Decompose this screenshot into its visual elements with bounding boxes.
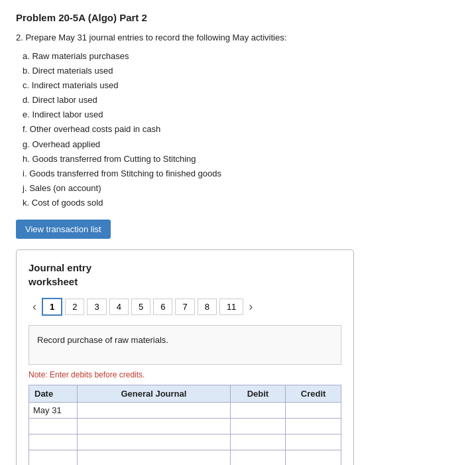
date-cell-1: May 31 [29, 403, 78, 419]
activity-k: k. Cost of goods sold [23, 196, 460, 210]
table-row [29, 419, 341, 434]
journal-table: Date General Journal Debit Credit May 31 [29, 385, 341, 465]
credit-input-1[interactable] [286, 403, 341, 418]
col-debit: Debit [230, 385, 286, 403]
activity-g: g. Overhead applied [23, 137, 460, 152]
intro-text: 2. Prepare May 31 journal entries to rec… [16, 33, 460, 42]
page-button-7[interactable]: 7 [175, 299, 194, 315]
journal-input-2[interactable] [78, 419, 229, 434]
journal-input-1[interactable] [78, 403, 229, 418]
activities-list: a. Raw materials purchases b. Direct mat… [23, 49, 460, 210]
journal-input-4[interactable] [78, 450, 229, 465]
col-general-journal: General Journal [78, 385, 230, 403]
next-page-button[interactable]: › [245, 299, 257, 315]
col-date: Date [29, 385, 78, 403]
debit-cell-1[interactable] [230, 403, 286, 419]
debit-cell-4[interactable] [230, 450, 286, 465]
activity-a: a. Raw materials purchases [23, 49, 460, 64]
pagination: ‹ 1 2 3 4 5 6 7 8 11 › [29, 298, 341, 316]
table-row [29, 434, 341, 450]
page-button-6[interactable]: 6 [153, 299, 172, 315]
credit-input-3[interactable] [286, 434, 341, 450]
view-transaction-button[interactable]: View transaction list [16, 220, 111, 239]
debit-cell-2[interactable] [230, 419, 286, 434]
date-cell-4 [29, 450, 78, 465]
date-cell-2 [29, 419, 78, 434]
note-text: Note: Enter debits before credits. [29, 370, 341, 379]
journal-cell-4[interactable] [78, 450, 230, 465]
journal-cell-2[interactable] [78, 419, 230, 434]
journal-input-3[interactable] [78, 434, 229, 450]
credit-input-2[interactable] [286, 419, 341, 434]
journal-cell-3[interactable] [78, 434, 230, 450]
activity-f: f. Other overhead costs paid in cash [23, 122, 460, 137]
prev-page-button[interactable]: ‹ [29, 299, 40, 315]
col-credit: Credit [286, 385, 341, 403]
table-row: May 31 [29, 403, 341, 419]
page-button-3[interactable]: 3 [87, 299, 106, 315]
debit-cell-3[interactable] [230, 434, 286, 450]
page-button-1[interactable]: 1 [42, 298, 62, 316]
credit-cell-2[interactable] [286, 419, 341, 434]
activity-c: c. Indirect materials used [23, 78, 460, 93]
debit-input-1[interactable] [231, 403, 286, 418]
activity-e: e. Indirect labor used [23, 107, 460, 122]
date-cell-3 [29, 434, 78, 450]
credit-cell-4[interactable] [286, 450, 341, 465]
journal-entry-worksheet: Journal entry worksheet ‹ 1 2 3 4 5 6 7 … [16, 249, 354, 465]
debit-input-2[interactable] [231, 419, 286, 434]
worksheet-title: Journal entry worksheet [29, 261, 341, 289]
page-button-4[interactable]: 4 [109, 299, 129, 315]
activity-d: d. Direct labor used [23, 93, 460, 107]
page-button-11[interactable]: 11 [219, 299, 243, 315]
credit-cell-1[interactable] [286, 403, 341, 419]
page-button-8[interactable]: 8 [198, 299, 217, 315]
debit-input-4[interactable] [231, 450, 286, 465]
page-title: Problem 20-5A (Algo) Part 2 [16, 12, 460, 23]
page-button-2[interactable]: 2 [65, 299, 84, 315]
activity-j: j. Sales (on account) [23, 181, 460, 196]
credit-input-4[interactable] [286, 450, 341, 465]
activity-h: h. Goods transferred from Cutting to Sti… [23, 152, 460, 166]
prompt-text: Record purchase of raw materials. [29, 325, 341, 365]
activity-b: b. Direct materials used [23, 64, 460, 78]
credit-cell-3[interactable] [286, 434, 341, 450]
journal-cell-1[interactable] [78, 403, 230, 419]
activity-i: i. Goods transferred from Stitching to f… [23, 166, 460, 181]
debit-input-3[interactable] [231, 434, 286, 450]
page-button-5[interactable]: 5 [131, 299, 150, 315]
table-row [29, 450, 341, 465]
